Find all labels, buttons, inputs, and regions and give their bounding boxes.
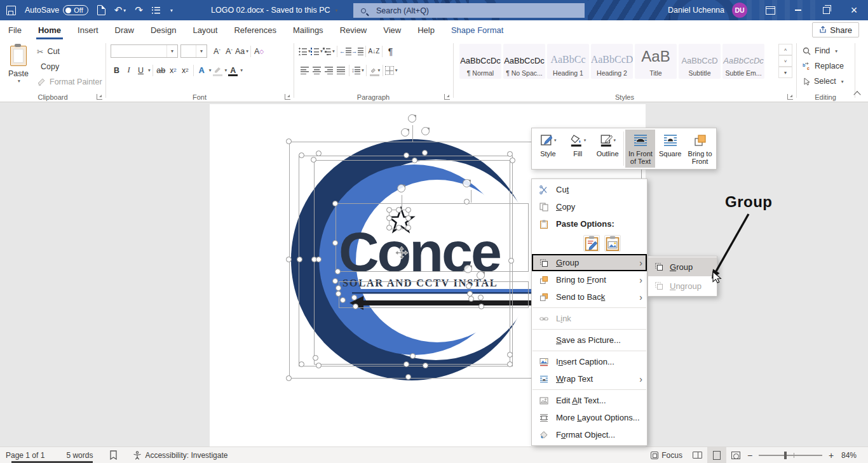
paste-picture-button[interactable] (604, 235, 621, 252)
menu-item-copy[interactable]: Copy (532, 198, 647, 215)
selection-handle[interactable] (423, 363, 428, 368)
close-button[interactable]: × (840, 0, 868, 20)
menu-item-cut[interactable]: Cut (532, 181, 647, 198)
selection-handle[interactable] (386, 225, 392, 231)
font-color-button[interactable]: A (227, 64, 239, 77)
bullet-list-icon[interactable] (152, 7, 160, 14)
cut-button[interactable]: ✂ Cut (37, 44, 60, 58)
multilevel-list-button[interactable]: ▾ (323, 44, 335, 58)
submenu-item-group[interactable]: Group (648, 257, 717, 276)
menu-item-insert-caption[interactable]: Insert Caption... (532, 353, 647, 370)
font-dialog-launcher[interactable] (285, 94, 290, 100)
selection-handle[interactable] (316, 363, 322, 368)
highlight-button[interactable] (212, 64, 224, 77)
selection-handle[interactable] (405, 374, 411, 380)
selection-handle[interactable] (351, 295, 357, 300)
selection-handle[interactable] (410, 353, 416, 359)
bullets-button[interactable]: ▾ (299, 44, 311, 58)
rotation-handle[interactable] (463, 179, 471, 187)
selection-handle[interactable] (466, 283, 471, 289)
save-icon[interactable] (6, 6, 16, 15)
shading-button[interactable]: ▾ (369, 64, 381, 77)
read-mode-button[interactable] (688, 447, 707, 463)
selection-handle[interactable] (396, 225, 402, 231)
selection-handle[interactable] (507, 151, 513, 157)
menu-item-edit-alt-text[interactable]: Edit Alt Text... (532, 392, 647, 409)
tab-design[interactable]: Design (142, 20, 184, 39)
style-card-subtle-em[interactable]: AaBbCcDc Subtle Em... (722, 44, 764, 79)
grow-font-button[interactable]: Aˆ (211, 44, 223, 58)
selection-handle[interactable] (336, 291, 341, 297)
restore-button[interactable] (812, 0, 840, 20)
font-name-combo[interactable]: ▾ (111, 44, 178, 58)
show-paragraph-marks-button[interactable]: ¶ (384, 44, 397, 58)
find-button[interactable]: Find▾ (803, 44, 837, 58)
style-card-no-spac[interactable]: AaBbCcDc ¶ No Spac... (503, 44, 545, 79)
change-case-button[interactable]: Aa▾ (235, 44, 248, 58)
bold-button[interactable]: B (111, 64, 123, 77)
collapse-ribbon-icon[interactable] (854, 90, 860, 97)
shrink-font-button[interactable]: Aˇ (223, 44, 235, 58)
tab-shape-format[interactable]: Shape Format (443, 20, 512, 39)
tab-mailings[interactable]: Mailings (285, 20, 332, 39)
tab-view[interactable]: View (375, 20, 409, 39)
selection-handle[interactable] (510, 158, 515, 163)
selection-handle[interactable] (316, 151, 322, 156)
selection-handle[interactable] (464, 199, 470, 205)
selection-handle[interactable] (405, 215, 411, 221)
rotation-handle[interactable] (464, 265, 472, 273)
tab-file[interactable]: File (0, 20, 30, 39)
menu-item-send-to-back[interactable]: Send to Back › (532, 288, 647, 305)
increase-indent-button[interactable]: → (351, 44, 363, 58)
selection-handle[interactable] (403, 152, 409, 158)
selection-handle[interactable] (313, 355, 318, 361)
text-effects-button[interactable]: A (196, 64, 208, 77)
underline-dropdown-icon[interactable]: ▾ (148, 67, 151, 73)
rotation-handle[interactable] (477, 271, 485, 279)
clear-formatting-button[interactable]: A◇ (253, 44, 265, 58)
selection-handle[interactable] (386, 207, 392, 213)
mini-toolbar-outline-button[interactable]: ▾ Outline (593, 130, 623, 168)
selection-handle[interactable] (332, 278, 338, 284)
font-color-dropdown-icon[interactable]: ▾ (240, 67, 243, 73)
style-card-subtitle[interactable]: AaBbCcD Subtitle (679, 44, 721, 79)
underline-button[interactable]: U (135, 64, 147, 77)
redo-button[interactable]: ↷ (135, 4, 143, 16)
avatar[interactable]: DU (732, 3, 747, 18)
selection-handle[interactable] (336, 285, 341, 291)
styles-more-icon[interactable]: ▾ (778, 67, 792, 78)
selection-handle[interactable] (340, 297, 346, 303)
paragraph-dialog-launcher[interactable] (444, 94, 450, 100)
selection-handle[interactable] (353, 304, 358, 309)
rotation-handle[interactable] (397, 184, 405, 192)
tab-layout[interactable]: Layout (184, 20, 226, 39)
user-name[interactable]: Daniel Uchenna (668, 6, 724, 15)
menu-item-format-object[interactable]: Format Object... (532, 426, 647, 443)
selection-handle[interactable] (386, 215, 392, 221)
accessibility-status[interactable]: Accessibility: Investigate (127, 447, 233, 463)
menu-item-wrap-text[interactable]: Wrap Text › (532, 370, 647, 387)
menu-item-bring-to-front[interactable]: Bring to Front › (532, 271, 647, 288)
justify-button[interactable] (335, 64, 347, 77)
text-effects-dropdown-icon[interactable]: ▾ (209, 67, 212, 73)
copy-button[interactable]: Copy (37, 60, 59, 74)
numbering-button[interactable]: ▾ (311, 44, 323, 58)
document-title[interactable]: LOGO 02.docx - Saved to this PC ▾ (211, 0, 338, 20)
selection-handle[interactable] (508, 258, 514, 264)
zoom-out-button[interactable]: − (745, 450, 754, 460)
selection-handle[interactable] (332, 201, 338, 206)
tab-help[interactable]: Help (409, 20, 443, 39)
zoom-slider[interactable] (759, 455, 822, 456)
search-input[interactable] (375, 6, 553, 16)
selection-handle[interactable] (299, 361, 304, 367)
clipboard-dialog-launcher[interactable] (97, 94, 102, 100)
selection-handle[interactable] (478, 304, 484, 309)
decrease-indent-button[interactable]: ← (339, 44, 351, 58)
tab-home[interactable]: Home (30, 20, 69, 39)
paste-format-button[interactable] (583, 235, 600, 252)
selection-handle[interactable] (403, 361, 409, 367)
selection-handle[interactable] (507, 352, 513, 358)
selection-handle[interactable] (286, 257, 292, 262)
selection-handle[interactable] (316, 257, 322, 262)
rotation-handle[interactable] (408, 114, 416, 123)
